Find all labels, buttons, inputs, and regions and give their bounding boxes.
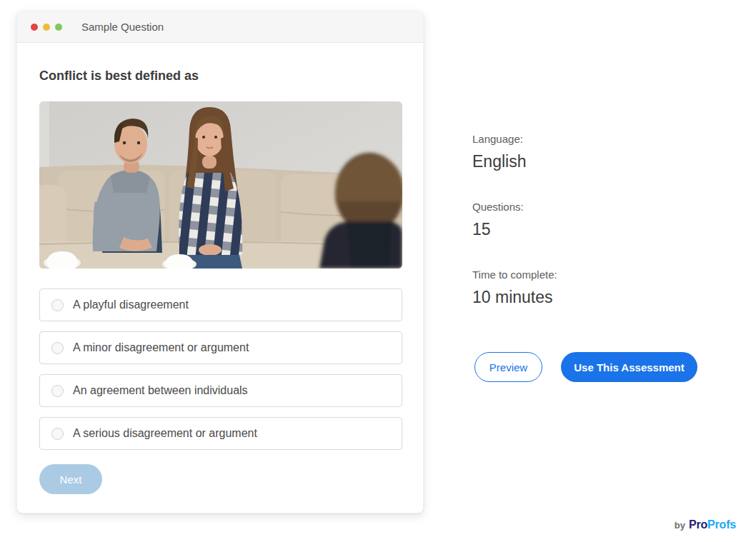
language-label: Language: xyxy=(472,133,557,145)
option-an-agreement[interactable]: An agreement between individuals xyxy=(39,374,402,407)
window-titlebar: Sample Question xyxy=(17,11,423,43)
option-a-serious-disagreement[interactable]: A serious disagreement or argument xyxy=(39,417,402,450)
answer-options: A playful disagreement A minor disagreem… xyxy=(39,288,401,450)
option-a-playful-disagreement[interactable]: A playful disagreement xyxy=(39,288,402,321)
proprofs-logo-profs: Profs xyxy=(707,518,736,531)
radio-icon[interactable] xyxy=(51,299,64,311)
radio-icon[interactable] xyxy=(51,428,64,440)
questions-value: 15 xyxy=(472,220,557,239)
by-label: by xyxy=(675,520,685,531)
preview-button[interactable]: Preview xyxy=(474,352,542,382)
action-buttons: Preview Use This Assessment xyxy=(474,352,697,382)
proprofs-branding: by Pro Profs xyxy=(675,518,736,531)
radio-icon[interactable] xyxy=(51,385,64,397)
questions-label: Questions: xyxy=(472,201,557,213)
traffic-light-red-icon xyxy=(31,24,38,31)
sample-question-window: Sample Question Conflict is best defined… xyxy=(16,11,424,513)
question-photo xyxy=(39,101,402,269)
language-value: English xyxy=(472,152,557,171)
question-title: Conflict is best defined as xyxy=(39,69,401,84)
option-label: A minor disagreement or argument xyxy=(73,341,249,354)
option-label: A playful disagreement xyxy=(73,298,189,311)
traffic-lights xyxy=(31,24,62,31)
traffic-light-green-icon xyxy=(55,24,62,31)
option-label: An agreement between individuals xyxy=(73,384,248,397)
proprofs-logo-pro: Pro xyxy=(689,518,707,531)
use-this-assessment-button[interactable]: Use This Assessment xyxy=(561,352,697,382)
window-title: Sample Question xyxy=(81,21,164,33)
next-button[interactable]: Next xyxy=(39,464,102,494)
option-a-minor-disagreement[interactable]: A minor disagreement or argument xyxy=(39,331,402,364)
option-label: A serious disagreement or argument xyxy=(73,427,257,440)
language-field: Language: English xyxy=(472,133,557,171)
assessment-details: Language: English Questions: 15 Time to … xyxy=(472,133,557,336)
couple-counseling-illustration xyxy=(39,101,402,269)
traffic-light-yellow-icon xyxy=(43,24,50,31)
questions-field: Questions: 15 xyxy=(472,201,557,239)
time-value: 10 minutes xyxy=(472,288,557,307)
time-label: Time to complete: xyxy=(472,269,557,281)
radio-icon[interactable] xyxy=(51,342,64,354)
time-field: Time to complete: 10 minutes xyxy=(472,269,557,307)
